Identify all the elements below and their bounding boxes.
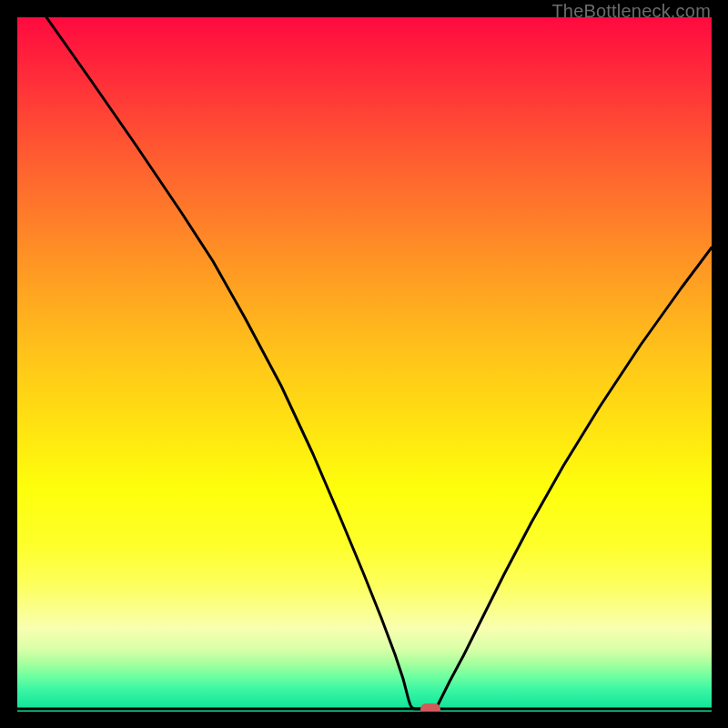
- plot-area: [17, 17, 712, 712]
- curve-layer: [17, 17, 712, 712]
- bottleneck-curve: [46, 17, 712, 709]
- watermark-text: TheBottleneck.com: [551, 1, 711, 22]
- chart-frame: TheBottleneck.com: [0, 0, 728, 728]
- optimum-marker: [420, 703, 440, 712]
